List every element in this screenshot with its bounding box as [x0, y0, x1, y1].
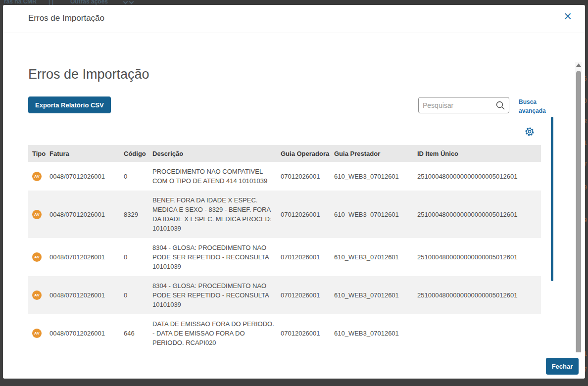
cell-id-item-unico: 2510004800000000000005012601: [417, 173, 541, 180]
scrollbar-thumb[interactable]: [576, 71, 581, 352]
page-title: Erros de Importação: [28, 67, 149, 82]
modal-scrollbar-thumb[interactable]: [551, 117, 553, 281]
cell-codigo: 0: [124, 291, 152, 299]
cell-descricao: 8304 - GLOSA: PROCEDIMENTO NAOPODE SER R…: [152, 238, 281, 276]
tipo-av-badge: AV: [32, 172, 42, 181]
cell-guia-prestador: 610_WEB3_07012601: [334, 291, 417, 299]
descricao-line: 10101039: [152, 300, 275, 309]
cell-fatura: 0048/07012026001: [49, 211, 124, 218]
descricao-line: 8304 - GLOSA: PROCEDIMENTO NAO: [152, 243, 275, 252]
export-csv-button[interactable]: Exporta Relatório CSV: [28, 96, 111, 113]
descricao-line: 10101039: [152, 224, 275, 233]
cell-fatura: 0048/07012026001: [49, 330, 124, 337]
cell-guia-prestador: 610_WEB3_07012601: [334, 330, 417, 337]
cell-codigo: 0: [124, 173, 152, 180]
import-errors-modal: Erros de Importação × Erros de Importaçã…: [3, 5, 585, 379]
descricao-line: PROCEDIMENTO NAO COMPATIVEL: [152, 167, 275, 176]
cell-id-item-unico: 2510004800000000000005012601: [417, 291, 541, 299]
column-header-guia-operadora: Guia Operadora: [281, 150, 334, 157]
scrollbar[interactable]: [575, 62, 582, 352]
search-icon[interactable]: [495, 100, 506, 113]
cell-tipo: AV: [28, 252, 49, 262]
cell-tipo: AV: [28, 210, 49, 219]
advanced-search-line2: avançada: [519, 106, 545, 115]
table-header-row: Tipo Fatura Código Descrição Guia Operad…: [28, 145, 541, 162]
import-errors-table: Tipo Fatura Código Descrição Guia Operad…: [28, 145, 541, 352]
search-box: [418, 97, 509, 113]
cell-fatura: 0048/07012026001: [49, 253, 124, 261]
search-input[interactable]: [423, 97, 492, 113]
table-row[interactable]: AV0048/07012026001646DATA DE EMISSAO FOR…: [28, 314, 541, 352]
gear-icon[interactable]: [524, 126, 535, 137]
cell-guia-operadora: 07012026001: [281, 291, 334, 299]
cell-descricao: PROCEDIMENTO NAO COMPATIVELCOM O TIPO DE…: [152, 162, 281, 191]
cell-descricao: DATA DE EMISSAO FORA DO PERIODO.- DATA D…: [152, 314, 281, 352]
table-row[interactable]: AV0048/0701202600108304 - GLOSA: PROCEDI…: [28, 276, 541, 314]
cell-codigo: 646: [124, 330, 152, 337]
cell-fatura: 0048/07012026001: [49, 173, 124, 180]
tipo-av-badge: AV: [32, 290, 42, 300]
cell-id-item-unico: 2510004800000000000005012601: [417, 211, 541, 218]
descricao-line: PODE SER REPETIDO - RECONSULTA: [152, 290, 275, 300]
descricao-line: 8304 - GLOSA: PROCEDIMENTO NAO: [152, 281, 275, 290]
descricao-line: DATA DE EMISSAO FORA DO PERIODO.: [152, 319, 275, 329]
cell-guia-prestador: 610_WEB3_07012601: [334, 173, 417, 180]
close-icon[interactable]: ×: [564, 8, 572, 24]
cell-descricao: 8304 - GLOSA: PROCEDIMENTO NAOPODE SER R…: [152, 276, 281, 314]
cell-id-item-unico: 2510004800000000000005012601: [417, 253, 541, 261]
cell-guia-operadora: 07012026001: [281, 330, 334, 337]
cell-tipo: AV: [28, 172, 49, 181]
column-header-descricao: Descrição: [152, 150, 281, 157]
descricao-line: MEDICA E SEXO - 8329 - BENEF. FORA: [152, 205, 275, 214]
tipo-av-badge: AV: [32, 252, 42, 262]
tipo-av-badge: AV: [32, 329, 42, 338]
advanced-search-link[interactable]: Busca avançada: [519, 97, 545, 115]
cell-guia-prestador: 610_WEB3_07012601: [334, 253, 417, 261]
cell-guia-operadora: 07012026001: [281, 253, 334, 261]
column-header-id-item-unico: ID Item Único: [417, 150, 541, 157]
descricao-line: DA IDADE X ESPEC. MEDICA PROCED:: [152, 214, 275, 224]
cell-fatura: 0048/07012026001: [49, 291, 124, 299]
column-header-tipo: Tipo: [28, 150, 49, 157]
background-toolbar-text: ras na CMR: [4, 0, 37, 5]
table-row[interactable]: AV0048/070120260018329BENEF. FORA DA IDA…: [28, 191, 541, 238]
background-page-toolbar: ras na CMR | | Outras ações: [0, 0, 588, 5]
descricao-line: - DATA DE EMISSAO FORA DO: [152, 329, 275, 338]
chevron-down-icon: [123, 0, 128, 4]
cell-tipo: AV: [28, 329, 49, 338]
cell-tipo: AV: [28, 290, 49, 300]
cell-codigo: 0: [124, 253, 152, 261]
background-toolbar-divider: | |: [49, 0, 53, 5]
close-modal-button[interactable]: Fechar: [546, 358, 579, 375]
background-page-edge: 602179917: [585, 0, 588, 386]
chevron-down-icon: [129, 0, 134, 4]
modal-title: Erros de Importação: [28, 13, 104, 23]
table-row[interactable]: AV0048/070120260010PROCEDIMENTO NAO COMP…: [28, 162, 541, 191]
column-header-guia-prestador: Guia Prestador: [334, 150, 417, 157]
descricao-line: PERIODO. RCAPI020: [152, 338, 275, 347]
cell-guia-prestador: 610_WEB3_07012601: [334, 211, 417, 218]
tipo-av-badge: AV: [32, 210, 42, 219]
column-header-fatura: Fatura: [49, 150, 124, 157]
cell-guia-operadora: 07012026001: [281, 211, 334, 218]
background-toolbar-text: Outras ações: [70, 0, 108, 5]
modal-footer: Fechar: [3, 352, 585, 379]
cell-descricao: BENEF. FORA DA IDADE X ESPEC.MEDICA E SE…: [152, 191, 281, 238]
descricao-line: PODE SER REPETIDO - RECONSULTA: [152, 252, 275, 262]
cell-guia-operadora: 07012026001: [281, 173, 334, 180]
scrollbar-up-arrow-icon[interactable]: [576, 63, 581, 67]
descricao-line: COM O TIPO DE ATEND 414 10101039: [152, 176, 275, 186]
modal-header: Erros de Importação ×: [3, 5, 585, 33]
table-row[interactable]: AV0048/0701202600108304 - GLOSA: PROCEDI…: [28, 238, 541, 276]
modal-body: Erros de Importação Exporta Relatório CS…: [3, 33, 585, 352]
descricao-line: 10101039: [152, 262, 275, 271]
cell-codigo: 8329: [124, 211, 152, 218]
advanced-search-line1: Busca: [519, 97, 545, 106]
descricao-line: BENEF. FORA DA IDADE X ESPEC.: [152, 195, 275, 205]
column-header-codigo: Código: [124, 150, 152, 157]
